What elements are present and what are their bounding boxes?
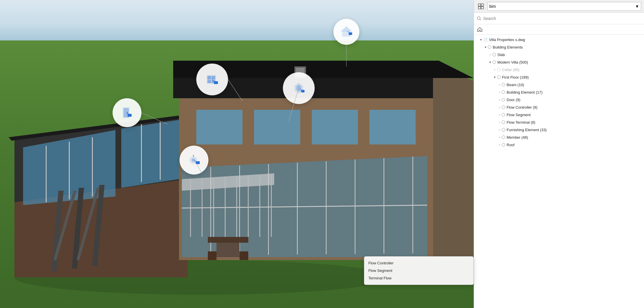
bubble-roof[interactable] (333, 19, 359, 45)
search-bar (474, 13, 644, 24)
first-floor-toggle[interactable]: ▼ (492, 75, 497, 79)
slab-circle (492, 53, 496, 56)
tree-panel: ▼ 📄 Villa Properties s.dwg ▼ Building El… (474, 35, 644, 308)
tree-file-item[interactable]: ▼ 📄 Villa Properties s.dwg (474, 36, 644, 43)
svg-rect-55 (128, 114, 132, 117)
svg-rect-24 (254, 110, 300, 144)
search-input[interactable] (483, 16, 641, 21)
door-label: Door (9) (507, 98, 642, 102)
flow-segment-circle (502, 113, 505, 116)
slab-label: Slab (497, 53, 642, 57)
flow-controller-circle (502, 105, 505, 109)
door-toggle[interactable]: › (497, 97, 502, 102)
tree-item-member[interactable]: › Member (48) (474, 133, 644, 141)
building-element-label: Building Element (17) (507, 90, 642, 94)
tooltip-flow-controller[interactable]: Flow Controller (368, 259, 469, 267)
tree-item-building-element[interactable]: › Building Element (17) (474, 88, 644, 96)
tooltip-panel: Flow Controller Flow Segment Terminal Fl… (364, 256, 474, 285)
panel-layout-icon[interactable] (477, 2, 485, 10)
building-elements-circle (488, 45, 491, 49)
tree-item-flow-controller[interactable]: › Flow Controller (9) (474, 103, 644, 111)
svg-rect-66 (301, 90, 305, 92)
roof-toggle[interactable]: › (497, 142, 502, 147)
tree-item-cellar[interactable]: › Cellar (85) (474, 66, 644, 73)
svg-rect-58 (208, 76, 211, 79)
beam-label: Beam (10) (507, 83, 642, 87)
roof-circle (502, 143, 505, 146)
svg-marker-20 (433, 64, 473, 260)
bubble-element[interactable] (283, 72, 315, 104)
furnishing-element-toggle[interactable]: › (497, 127, 502, 132)
bubble-window[interactable] (196, 64, 228, 95)
svg-line-87 (480, 19, 481, 20)
bubble-door[interactable] (113, 98, 141, 127)
svg-rect-25 (312, 110, 358, 144)
member-toggle[interactable]: › (497, 135, 502, 140)
beam-toggle[interactable]: › (497, 82, 502, 87)
tree-item-beam[interactable]: › Beam (10) (474, 81, 644, 88)
search-icon (477, 16, 481, 21)
tree-item-door[interactable]: › Door (9) (474, 96, 644, 103)
first-floor-label: First Floor (189) (502, 75, 642, 79)
building-elements-toggle[interactable]: ▼ (483, 45, 488, 49)
tree-item-first-floor[interactable]: ▼ First Floor (189) (474, 73, 644, 81)
building-element-circle (502, 90, 505, 94)
tree-item-slab[interactable]: › Slab (474, 51, 644, 58)
svg-rect-60 (208, 80, 211, 83)
panel-header: bim ▼ (474, 0, 644, 13)
flow-controller-toggle[interactable]: › (497, 105, 502, 110)
member-circle (502, 136, 505, 139)
svg-point-54 (127, 112, 128, 113)
furnishing-element-label: Furnishing Element (33) (507, 128, 642, 132)
svg-rect-47 (208, 237, 248, 243)
tree-item-roof[interactable]: › Roof (474, 141, 644, 149)
building-element-toggle[interactable]: › (497, 90, 502, 94)
modern-villa-toggle[interactable]: ▼ (488, 60, 492, 64)
svg-rect-62 (214, 81, 218, 84)
slab-toggle[interactable]: › (488, 52, 492, 57)
building-elements-label: Building Elements (493, 45, 642, 49)
flow-controller-label: Flow Controller (9) (507, 105, 642, 110)
svg-point-86 (477, 16, 480, 19)
file-icon: 📄 (483, 38, 488, 42)
flow-terminal-label: Flow Terminal (8) (507, 120, 642, 125)
roof-label: Roof (507, 143, 642, 147)
svg-marker-88 (477, 27, 482, 31)
svg-rect-82 (478, 4, 481, 6)
cellar-circle (497, 68, 501, 71)
tree-item-building-elements[interactable]: ▼ Building Elements (474, 43, 644, 51)
svg-marker-68 (341, 27, 352, 31)
svg-rect-48 (208, 251, 216, 260)
home-icon[interactable] (476, 26, 483, 33)
furnishing-element-circle (502, 128, 505, 131)
tree-item-modern-villa[interactable]: ▼ Modern Villa (500) (474, 58, 644, 66)
file-expand-icon[interactable]: ▼ (479, 37, 483, 42)
tree-item-flow-segment[interactable]: › Flow Segment (474, 111, 644, 118)
svg-rect-75 (196, 161, 200, 164)
flow-terminal-circle (502, 120, 505, 124)
bubble-pipe[interactable] (180, 146, 208, 175)
right-panel: bim ▼ ▼ 📄 Villa Properties s.dwg ▼ (474, 0, 644, 308)
svg-rect-59 (212, 76, 215, 79)
flow-terminal-toggle[interactable]: › (497, 120, 502, 125)
svg-rect-84 (478, 7, 481, 9)
tree-item-flow-terminal[interactable]: › Flow Terminal (8) (474, 118, 644, 126)
flow-segment-label: Flow Segment (507, 113, 642, 117)
tooltip-terminal-flow[interactable]: Terminal Flow (368, 274, 469, 282)
tree-item-furnishing-element[interactable]: › Furnishing Element (33) (474, 126, 644, 133)
svg-rect-23 (196, 110, 242, 144)
cellar-label: Cellar (85) (502, 68, 642, 72)
svg-rect-85 (481, 7, 484, 9)
svg-rect-70 (349, 32, 352, 35)
door-circle (502, 98, 505, 101)
home-bar (474, 24, 644, 35)
first-floor-circle (497, 75, 501, 79)
bim-dropdown[interactable]: bim ▼ (487, 2, 641, 11)
modern-villa-label: Modern Villa (500) (497, 60, 642, 64)
svg-rect-49 (240, 251, 248, 260)
cellar-toggle[interactable]: › (492, 67, 497, 72)
flow-segment-toggle[interactable]: › (497, 112, 502, 117)
svg-rect-46 (216, 243, 240, 257)
tooltip-flow-segment[interactable]: Flow Segment (368, 267, 469, 274)
member-label: Member (48) (507, 135, 642, 140)
